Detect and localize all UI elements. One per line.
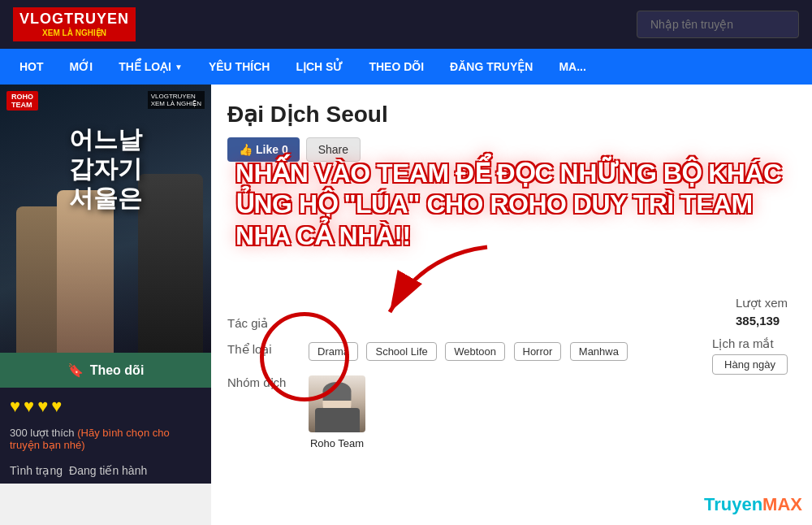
search-input[interactable] (637, 11, 799, 38)
manga-title: Đại Dịch Seoul (227, 101, 796, 128)
heart-3[interactable]: ♥ (37, 396, 48, 417)
watermark-net: Net (676, 494, 704, 514)
status-row: Tình trạng Đang tiến hành (0, 458, 211, 484)
logo-box: VLOGTRUYEN XEM LÀ NGHIỆN (13, 7, 136, 41)
heart-4[interactable]: ♥ (51, 396, 62, 417)
watermark-max: MAX (762, 494, 802, 514)
group-label: Nhóm dịch (227, 375, 292, 390)
release-badge: Hàng ngày (712, 354, 788, 375)
genre-drama[interactable]: Drama (309, 342, 358, 361)
logo[interactable]: VLOGTRUYEN XEM LÀ NGHIỆN (13, 7, 136, 41)
team-member: Roho Team (309, 375, 365, 449)
navigation: HOT MỚI THỂ LOẠI ▼ YÊU THÍCH LỊCH SỬ THE… (0, 49, 812, 85)
likes-info: 300 lượt thích (Hãy bình chọn cho truyện… (0, 425, 211, 458)
logo-sub-text: XEM LÀ NGHIỆN (19, 28, 129, 38)
genre-webtoon[interactable]: Webtoon (445, 342, 505, 361)
status-label: Tình trạng (10, 464, 63, 477)
views-section: Lượt xem 385,139 (736, 296, 788, 328)
views-value: 385,139 (736, 314, 788, 328)
announcement-text: NHẤN VÀO TEAM ĐỂ ĐỌC NHỮNG BỘ KHÁC ỦNG H… (235, 158, 796, 251)
vlog-watermark: VLOGTRUYENXEM LÀ NGHIỆN (148, 91, 205, 109)
genre-school[interactable]: School Life (366, 342, 436, 361)
right-panel: Đại Dịch Seoul 👍 Like 0 Share NHẤN VÀO T… (211, 85, 812, 525)
like-button[interactable]: 👍 Like 0 (227, 137, 300, 162)
nav-genres[interactable]: THỂ LOẠI ▼ (106, 49, 196, 85)
nav-new[interactable]: MỚI (57, 49, 106, 85)
thumbs-icon: 👍 (239, 143, 253, 156)
views-label: Lượt xem (736, 296, 788, 310)
nav-favorites[interactable]: YÊU THÍCH (196, 49, 283, 85)
header: VLOGTRUYEN XEM LÀ NGHIỆN (0, 0, 812, 49)
nav-more[interactable]: MA... (546, 49, 598, 85)
genre-manhwa[interactable]: Manhwa (570, 342, 628, 361)
hearts-section: ♥ ♥ ♥ ♥ (0, 388, 211, 425)
watermark-bottom: NetTruyenMAX (676, 494, 802, 515)
share-label: Share (318, 143, 348, 156)
watermark-truyen: Truyen (704, 494, 762, 514)
like-label: Like 0 (256, 143, 288, 156)
follow-button[interactable]: 🔖 Theo dõi (0, 353, 211, 388)
logo-main-text: VLOGTRUYEN (19, 11, 129, 28)
heart-1[interactable]: ♥ (10, 396, 20, 417)
follow-label: Theo dõi (90, 363, 145, 378)
group-row: Nhóm dịch Roho Team (227, 375, 796, 449)
release-label: Lịch ra mắt (712, 336, 788, 351)
nav-upload[interactable]: ĐĂNG TRUYỆN (437, 49, 546, 85)
roho-badge: ROHOTEAM (6, 91, 38, 111)
author-label: Tác giả (227, 316, 292, 331)
share-button[interactable]: Share (306, 137, 361, 162)
nav-history[interactable]: LỊCH SỬ (283, 49, 356, 85)
team-avatar[interactable] (309, 375, 365, 432)
author-row: Tác giả (227, 316, 796, 331)
main-content: ROHOTEAM VLOGTRUYENXEM LÀ NGHIỆN 어느날갑자기서… (0, 85, 812, 525)
nav-hot[interactable]: HOT (6, 49, 57, 85)
likes-count: 300 lượt thích (10, 427, 75, 439)
genres-row: Thể loại Drama School Life Webtoon Horro… (227, 342, 796, 364)
heart-2[interactable]: ♥ (24, 396, 34, 417)
left-panel: ROHOTEAM VLOGTRUYENXEM LÀ NGHIỆN 어느날갑자기서… (0, 85, 211, 525)
genres-list: Drama School Life Webtoon Horror Manhwa (309, 342, 633, 364)
bookmark-icon: 🔖 (67, 362, 84, 378)
cover-image: ROHOTEAM VLOGTRUYENXEM LÀ NGHIỆN 어느날갑자기서… (0, 85, 211, 353)
genre-horror[interactable]: Horror (514, 342, 562, 361)
nav-follow[interactable]: THEO DÕI (356, 49, 437, 85)
info-section: Tác giả Thể loại Drama School Life Webto… (227, 316, 796, 449)
action-buttons: 👍 Like 0 Share (227, 137, 796, 162)
status-value: Đang tiến hành (69, 464, 147, 477)
release-section: Lịch ra mắt Hàng ngày (712, 336, 788, 375)
avatar-inner (309, 375, 365, 432)
team-name: Roho Team (310, 437, 364, 449)
genres-label: Thể loại (227, 342, 292, 357)
cover-kr-text: 어느날갑자기서울은 (13, 125, 198, 213)
